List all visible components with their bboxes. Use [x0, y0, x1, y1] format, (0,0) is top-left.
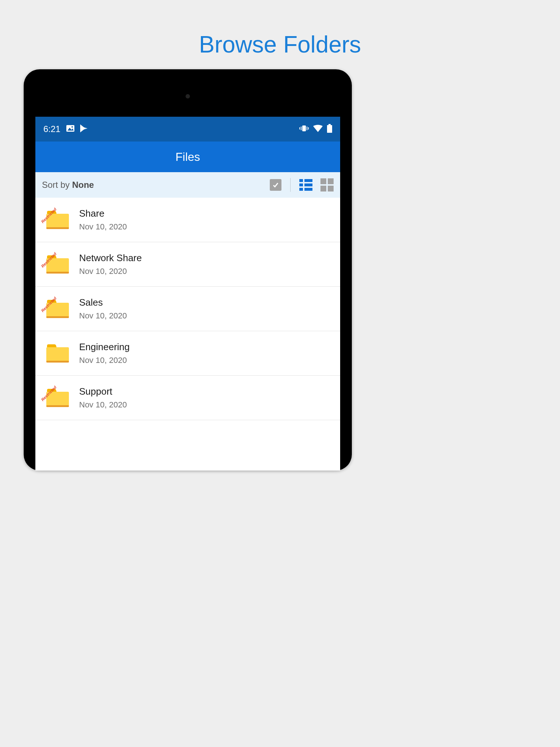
svg-rect-15: [46, 272, 69, 274]
svg-point-2: [71, 126, 73, 128]
folder-date: Nov 10, 2020: [79, 400, 127, 410]
list-view-button[interactable]: [299, 179, 312, 191]
sort-prefix: Sort by: [42, 180, 72, 190]
status-bar: 6:21: [35, 117, 340, 142]
svg-rect-7: [299, 127, 300, 129]
multiselect-button[interactable]: [270, 179, 281, 191]
battery-icon: [327, 124, 332, 134]
folder-name: Engineering: [79, 341, 130, 353]
folder-icon: [46, 344, 69, 363]
svg-rect-5: [302, 125, 306, 131]
page-title: Browse Folders: [0, 0, 560, 58]
folder-icon: Restricted: [46, 211, 69, 229]
svg-rect-18: [46, 347, 69, 362]
folder-name: Sales: [79, 297, 127, 308]
folder-text: ShareNov 10, 2020: [79, 208, 127, 232]
folder-name: Network Share: [79, 252, 142, 264]
folder-row[interactable]: RestrictedSalesNov 10, 2020: [35, 287, 340, 331]
folder-row[interactable]: RestrictedNetwork ShareNov 10, 2020: [35, 242, 340, 287]
svg-rect-9: [308, 127, 309, 129]
play-store-icon: [80, 124, 88, 134]
app-header-title: Files: [175, 150, 200, 164]
svg-rect-11: [327, 125, 332, 133]
folder-text: SalesNov 10, 2020: [79, 297, 127, 321]
svg-rect-6: [301, 127, 302, 130]
folder-text: Network ShareNov 10, 2020: [79, 252, 142, 276]
svg-rect-8: [307, 127, 307, 130]
sort-button[interactable]: Sort by None: [42, 180, 270, 190]
camera-dot: [186, 94, 190, 98]
folder-row[interactable]: RestrictedShareNov 10, 2020: [35, 198, 340, 242]
folder-date: Nov 10, 2020: [79, 311, 127, 321]
app-header: Files: [35, 142, 340, 172]
folder-date: Nov 10, 2020: [79, 356, 130, 365]
svg-rect-0: [66, 125, 74, 132]
svg-rect-17: [46, 316, 69, 318]
svg-rect-13: [46, 227, 69, 229]
folder-icon: Restricted: [46, 389, 69, 407]
tablet-frame: 6:21 Files: [24, 69, 352, 471]
folder-icon: Restricted: [46, 300, 69, 318]
folder-icon: Restricted: [46, 255, 69, 274]
folder-date: Nov 10, 2020: [79, 222, 127, 232]
sort-value: None: [72, 180, 94, 190]
folder-row[interactable]: RestrictedSupportNov 10, 2020: [35, 376, 340, 420]
wifi-icon: [313, 125, 323, 133]
folder-row[interactable]: EngineeringNov 10, 2020: [35, 331, 340, 376]
divider: [290, 178, 291, 192]
svg-marker-4: [84, 127, 88, 129]
sort-bar: Sort by None: [35, 172, 340, 198]
grid-view-button[interactable]: [320, 178, 334, 191]
folder-date: Nov 10, 2020: [79, 267, 142, 276]
svg-rect-19: [46, 361, 69, 363]
svg-rect-21: [46, 405, 69, 407]
svg-rect-10: [328, 124, 331, 125]
folder-list: RestrictedShareNov 10, 2020 RestrictedNe…: [35, 198, 340, 420]
folder-text: EngineeringNov 10, 2020: [79, 341, 130, 365]
folder-text: SupportNov 10, 2020: [79, 386, 127, 410]
folder-name: Support: [79, 386, 127, 397]
check-icon: [272, 181, 279, 189]
screen: 6:21 Files: [35, 117, 340, 471]
vibrate-icon: [299, 125, 309, 133]
folder-name: Share: [79, 208, 127, 219]
status-time: 6:21: [43, 124, 61, 134]
image-icon: [66, 125, 74, 133]
